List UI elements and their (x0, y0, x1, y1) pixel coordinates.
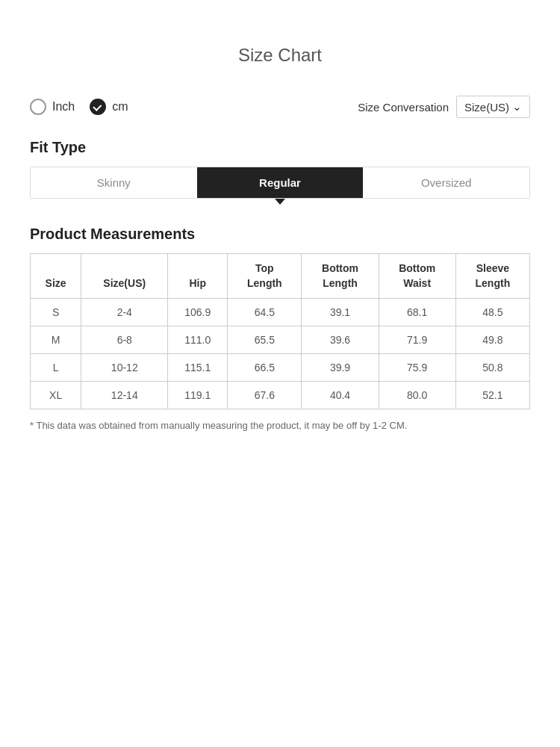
unit-options: Inch cm (30, 99, 128, 115)
cell-bottom_length: 39.6 (302, 326, 379, 354)
col-header-size: Size (31, 254, 81, 299)
active-fit-arrow (275, 199, 285, 205)
fit-btn-skinny[interactable]: Skinny (31, 167, 197, 198)
cell-size: L (31, 354, 81, 382)
size-conversation-label: Size Conversation (358, 101, 449, 114)
chevron-down-icon: ⌄ (512, 100, 522, 114)
fit-btn-regular[interactable]: Regular (197, 167, 364, 198)
cell-sleeve_length: 52.1 (455, 382, 529, 409)
table-header-row: Size Size(US) Hip TopLength BottomLength… (31, 254, 530, 299)
col-header-sleeve-length: SleeveLength (455, 254, 529, 299)
table-row: L10-12115.166.539.975.950.8 (31, 354, 530, 382)
cm-radio[interactable] (90, 99, 106, 115)
fit-btn-oversized[interactable]: Oversized (363, 167, 529, 198)
cm-option[interactable]: cm (90, 99, 128, 115)
footnote: * This data was obtained from manually m… (30, 420, 530, 431)
cell-sleeve_length: 48.5 (455, 299, 529, 326)
cell-top_length: 64.5 (228, 299, 302, 326)
table-row: M6-8111.065.539.671.949.8 (31, 326, 530, 354)
col-header-bottom-waist: BottomWaist (379, 254, 455, 299)
size-conversation: Size Conversation Size(US) ⌄ (358, 96, 530, 118)
inch-radio[interactable] (30, 99, 46, 115)
col-header-top-length: TopLength (228, 254, 302, 299)
fit-type-label: Fit Type (30, 139, 530, 156)
cell-size_us: 6-8 (81, 326, 168, 354)
table-row: S2-4106.964.539.168.148.5 (31, 299, 530, 326)
cell-size_us: 12-14 (81, 382, 168, 409)
cell-bottom_waist: 68.1 (379, 299, 455, 326)
size-dropdown[interactable]: Size(US) ⌄ (456, 96, 530, 118)
table-row: XL12-14119.167.640.480.052.1 (31, 382, 530, 409)
cm-label: cm (112, 100, 128, 114)
product-measurements-title: Product Measurements (30, 226, 530, 243)
col-header-hip: Hip (168, 254, 228, 299)
size-table: Size Size(US) Hip TopLength BottomLength… (30, 253, 530, 409)
inch-label: Inch (52, 100, 75, 114)
page-title: Size Chart (30, 45, 530, 66)
cell-bottom_length: 40.4 (302, 382, 379, 409)
cell-hip: 119.1 (168, 382, 228, 409)
unit-conversion-row: Inch cm Size Conversation Size(US) ⌄ (30, 96, 530, 118)
cell-sleeve_length: 49.8 (455, 326, 529, 354)
inch-option[interactable]: Inch (30, 99, 75, 115)
cell-bottom_waist: 75.9 (379, 354, 455, 382)
cell-size: M (31, 326, 81, 354)
product-measurements-section: Product Measurements Size Size(US) Hip T… (30, 226, 530, 431)
cell-hip: 115.1 (168, 354, 228, 382)
cell-top_length: 66.5 (228, 354, 302, 382)
cell-bottom_length: 39.1 (302, 299, 379, 326)
cell-hip: 106.9 (168, 299, 228, 326)
cell-size_us: 10-12 (81, 354, 168, 382)
col-header-bottom-length: BottomLength (302, 254, 379, 299)
size-dropdown-value: Size(US) (464, 101, 509, 114)
col-header-size-us: Size(US) (81, 254, 168, 299)
fit-type-container: Skinny Regular Oversized (30, 167, 530, 205)
fit-type-section: Fit Type Skinny Regular Oversized (30, 139, 530, 205)
cell-bottom_waist: 80.0 (379, 382, 455, 409)
cell-sleeve_length: 50.8 (455, 354, 529, 382)
cell-bottom_length: 39.9 (302, 354, 379, 382)
fit-type-buttons: Skinny Regular Oversized (30, 167, 530, 199)
cell-size_us: 2-4 (81, 299, 168, 326)
cell-top_length: 67.6 (228, 382, 302, 409)
cell-hip: 111.0 (168, 326, 228, 354)
cell-top_length: 65.5 (228, 326, 302, 354)
cell-bottom_waist: 71.9 (379, 326, 455, 354)
cell-size: XL (31, 382, 81, 409)
cell-size: S (31, 299, 81, 326)
